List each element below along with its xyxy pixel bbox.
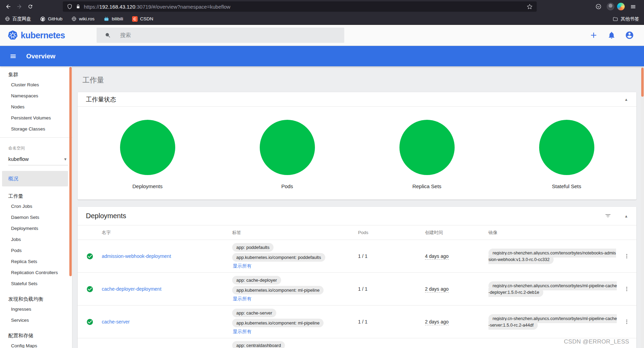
row-menu-button[interactable] [617, 319, 636, 325]
column-header-name[interactable]: 名字 [102, 230, 232, 236]
table-row: admission-webhook-deployment app: poddef… [78, 240, 636, 273]
sidebar-item-cron-jobs[interactable]: Cron Jobs [0, 201, 72, 212]
hamburger-icon [10, 53, 17, 60]
bookmarks-bar: 百度网盘 GitHub wiki.ros bilibili C CSDN 其他书… [0, 13, 644, 25]
browser-refresh-button[interactable] [25, 1, 36, 12]
sidebar-item-services[interactable]: Services [0, 315, 72, 326]
collapse-arrow-icon[interactable]: ▲ [624, 214, 628, 218]
column-header-labels[interactable]: 标签 [232, 230, 358, 236]
collapse-arrow-icon[interactable]: ▲ [624, 97, 628, 102]
sidebar-item-namespaces[interactable]: Namespaces [0, 90, 72, 102]
sidebar-item-persistent-volumes[interactable]: Persistent Volumes [0, 113, 72, 124]
shield-icon[interactable] [67, 4, 72, 9]
sidebar-scrollbar-thumb[interactable] [69, 67, 72, 276]
status-chart-pods: Pods [217, 120, 357, 189]
filter-icon[interactable] [605, 213, 611, 219]
workload-status-title: 工作量状态 [86, 95, 116, 104]
bookmark-bilibili[interactable]: bilibili [103, 16, 123, 22]
header-actions [589, 30, 634, 40]
forward-icon [16, 3, 22, 10]
show-all-link[interactable]: 显示所有 [232, 329, 251, 335]
sidebar-nav: 集群 Cluster Roles Namespaces Nodes Persis… [0, 66, 72, 348]
show-all-link[interactable]: 显示所有 [232, 263, 251, 269]
show-all-link[interactable]: 显示所有 [232, 296, 251, 302]
github-icon [40, 16, 46, 22]
browser-forward-button[interactable] [14, 1, 25, 12]
bookmark-baidu[interactable]: 百度网盘 [5, 16, 31, 22]
browser-menu-button[interactable] [627, 1, 638, 12]
browser-back-button[interactable] [3, 1, 14, 12]
deployments-status-circle[interactable] [120, 120, 175, 175]
deployment-name-link[interactable]: cache-deployer-deployment [102, 286, 161, 292]
sidebar-section-workloads[interactable]: 工作量 [0, 190, 72, 201]
nav-menu-button[interactable] [10, 53, 17, 60]
other-bookmarks-button[interactable]: 其他书签 [613, 16, 639, 22]
browser-toolbar: https://192.168.43.120:30719/#/overview?… [0, 0, 644, 13]
sidebar-item-ingresses[interactable]: Ingresses [0, 304, 72, 315]
created-time: 2 days ago [425, 319, 449, 325]
row-menu-button[interactable] [617, 253, 636, 259]
status-chart-deployments: Deployments [78, 120, 217, 189]
status-chart-replica-sets: Replica Sets [357, 120, 497, 189]
account-button[interactable] [625, 30, 634, 40]
deployment-name-link[interactable]: cache-server [102, 319, 130, 325]
bookmark-wiki-ros[interactable]: wiki.ros [71, 16, 95, 21]
page-scrollbar[interactable] [641, 66, 644, 348]
deployment-name-link[interactable]: admission-webhook-deployment [102, 253, 171, 259]
label-chip: app: poddefaults [232, 243, 274, 252]
bookmark-github[interactable]: GitHub [40, 16, 62, 22]
sidebar-item-stateful-sets[interactable]: Stateful Sets [0, 278, 72, 289]
deployments-card: Deployments ▲ 名字 标签 Pods 创建时间 镜像 [78, 207, 636, 348]
profile-avatar[interactable] [607, 3, 614, 10]
sidebar-item-replica-sets[interactable]: Replica Sets [0, 256, 72, 267]
page-scrollbar-thumb[interactable] [641, 68, 644, 97]
sidebar-section-config[interactable]: 配置和存储 [0, 329, 72, 340]
bookmark-label: CSDN [140, 16, 153, 21]
sidebar-item-overview-active[interactable]: 概况 [2, 171, 68, 186]
folder-icon [613, 16, 618, 22]
notifications-button[interactable] [607, 30, 616, 40]
table-header-row: 名字 标签 Pods 创建时间 镜像 [78, 225, 636, 240]
label-chip: app: cache-deployer [232, 276, 281, 284]
workload-status-card-header: 工作量状态 ▲ [78, 92, 636, 107]
sidebar-item-config-maps[interactable]: Config Maps [0, 340, 72, 348]
column-header-pods[interactable]: Pods [358, 230, 425, 235]
url-bar[interactable]: https://192.168.43.120:30719/#/overview?… [63, 1, 537, 12]
row-menu-button[interactable] [617, 286, 636, 292]
deployments-title: Deployments [86, 212, 126, 220]
sidebar-item-nodes[interactable]: Nodes [0, 102, 72, 113]
sidebar-item-pods[interactable]: Pods [0, 245, 72, 256]
status-chart-label: Replica Sets [412, 183, 441, 189]
sidebar-item-cluster-roles[interactable]: Cluster Roles [0, 79, 72, 90]
bookmark-star-button[interactable] [527, 4, 533, 10]
column-header-created[interactable]: 创建时间 [425, 230, 488, 236]
bookmark-csdn[interactable]: C CSDN [132, 16, 153, 22]
sidebar-section-cluster[interactable]: 集群 [0, 68, 72, 79]
lock-icon[interactable] [76, 4, 81, 9]
stateful-sets-status-circle[interactable] [539, 120, 594, 175]
brand-title: kubernetes [21, 30, 65, 40]
search-box[interactable] [97, 28, 344, 43]
firefox-account-avatar[interactable] [617, 3, 625, 10]
sidebar-item-storage-classes[interactable]: Storage Classes [0, 124, 72, 135]
sidebar-item-replication-controllers[interactable]: Replication Controllers [0, 267, 72, 278]
sidebar-item-daemon-sets[interactable]: Daemon Sets [0, 212, 72, 223]
column-header-images[interactable]: 镜像 [488, 230, 617, 236]
replica-sets-status-circle[interactable] [399, 120, 455, 175]
search-input[interactable] [120, 32, 336, 38]
namespace-select[interactable]: kubeflow ▼ [8, 155, 68, 165]
deployments-actions: ▲ [605, 213, 628, 219]
sidebar-item-jobs[interactable]: Jobs [0, 234, 72, 245]
content-area: 集群 Cluster Roles Namespaces Nodes Persis… [0, 66, 644, 348]
bell-icon [607, 31, 616, 39]
label-chip: app: cache-server [232, 309, 276, 317]
status-chart-label: Deployments [132, 183, 163, 189]
create-button[interactable] [589, 30, 598, 40]
sidebar-item-deployments[interactable]: Deployments [0, 223, 72, 234]
back-icon [5, 3, 11, 10]
kubernetes-logo[interactable]: kubernetes [8, 30, 65, 40]
created-time: 2 days ago [425, 286, 449, 292]
sidebar-section-discovery[interactable]: 发现和负载均衡 [0, 293, 72, 304]
pocket-button[interactable] [593, 1, 604, 12]
pods-status-circle[interactable] [260, 120, 315, 175]
